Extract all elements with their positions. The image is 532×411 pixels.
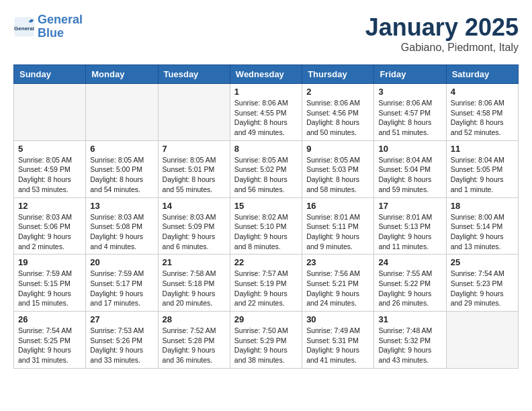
- calendar-cell: [446, 312, 518, 369]
- calendar-cell: 5Sunrise: 8:05 AM Sunset: 4:59 PM Daylig…: [14, 140, 86, 197]
- location: Gabiano, Piedmont, Italy: [365, 42, 519, 54]
- weekday-header: Thursday: [302, 65, 374, 84]
- calendar-cell: [14, 84, 86, 141]
- calendar-cell: 23Sunrise: 7:56 AM Sunset: 5:21 PM Dayli…: [302, 255, 374, 312]
- calendar-cell: 12Sunrise: 8:03 AM Sunset: 5:06 PM Dayli…: [14, 197, 86, 255]
- weekday-header: Saturday: [446, 65, 518, 84]
- day-info: Sunrise: 7:54 AM Sunset: 5:23 PM Dayligh…: [451, 269, 514, 308]
- day-number: 31: [378, 314, 441, 324]
- day-info: Sunrise: 7:57 AM Sunset: 5:19 PM Dayligh…: [234, 269, 298, 308]
- day-info: Sunrise: 8:05 AM Sunset: 5:02 PM Dayligh…: [234, 155, 298, 195]
- weekday-row: SundayMondayTuesdayWednesdayThursdayFrid…: [14, 65, 519, 84]
- day-info: Sunrise: 8:01 AM Sunset: 5:11 PM Dayligh…: [306, 212, 369, 252]
- calendar-week: 19Sunrise: 7:59 AM Sunset: 5:15 PM Dayli…: [14, 255, 519, 312]
- day-number: 4: [451, 87, 514, 97]
- day-info: Sunrise: 8:05 AM Sunset: 5:00 PM Dayligh…: [90, 155, 153, 195]
- calendar-cell: 19Sunrise: 7:59 AM Sunset: 5:15 PM Dayli…: [14, 255, 86, 312]
- calendar-cell: 3Sunrise: 8:06 AM Sunset: 4:57 PM Daylig…: [374, 84, 446, 141]
- day-number: 18: [451, 201, 514, 211]
- title-block: January 2025 Gabiano, Piedmont, Italy: [365, 13, 519, 54]
- day-number: 17: [378, 201, 441, 211]
- day-number: 11: [451, 144, 514, 154]
- calendar-cell: 10Sunrise: 8:04 AM Sunset: 5:04 PM Dayli…: [374, 140, 446, 197]
- day-number: 14: [163, 201, 226, 211]
- logo-icon: General: [13, 16, 35, 38]
- calendar-cell: 29Sunrise: 7:50 AM Sunset: 5:29 PM Dayli…: [230, 312, 302, 369]
- day-number: 6: [90, 144, 153, 154]
- calendar-cell: 27Sunrise: 7:53 AM Sunset: 5:26 PM Dayli…: [86, 312, 158, 369]
- day-info: Sunrise: 7:55 AM Sunset: 5:22 PM Dayligh…: [378, 269, 441, 308]
- calendar-week: 26Sunrise: 7:54 AM Sunset: 5:25 PM Dayli…: [14, 312, 519, 369]
- calendar-cell: 13Sunrise: 8:03 AM Sunset: 5:08 PM Dayli…: [86, 197, 158, 255]
- calendar-cell: 24Sunrise: 7:55 AM Sunset: 5:22 PM Dayli…: [374, 255, 446, 312]
- day-info: Sunrise: 8:04 AM Sunset: 5:05 PM Dayligh…: [451, 155, 514, 195]
- day-number: 15: [234, 201, 298, 211]
- calendar-cell: 14Sunrise: 8:03 AM Sunset: 5:09 PM Dayli…: [158, 197, 230, 255]
- day-info: Sunrise: 8:01 AM Sunset: 5:13 PM Dayligh…: [378, 212, 441, 252]
- day-number: 2: [306, 87, 369, 97]
- day-number: 25: [451, 257, 514, 267]
- calendar-cell: 25Sunrise: 7:54 AM Sunset: 5:23 PM Dayli…: [446, 255, 518, 312]
- day-info: Sunrise: 7:49 AM Sunset: 5:31 PM Dayligh…: [306, 326, 369, 365]
- logo-text: GeneralBlue: [38, 13, 83, 40]
- day-number: 5: [18, 144, 81, 154]
- day-number: 27: [90, 314, 153, 324]
- day-number: 19: [18, 257, 81, 267]
- day-info: Sunrise: 7:48 AM Sunset: 5:32 PM Dayligh…: [378, 326, 441, 365]
- day-info: Sunrise: 7:50 AM Sunset: 5:29 PM Dayligh…: [234, 326, 298, 365]
- calendar-cell: [158, 84, 230, 141]
- calendar-week: 12Sunrise: 8:03 AM Sunset: 5:06 PM Dayli…: [14, 197, 519, 255]
- day-number: 1: [234, 87, 298, 97]
- svg-text:General: General: [14, 26, 34, 32]
- day-info: Sunrise: 8:04 AM Sunset: 5:04 PM Dayligh…: [378, 155, 441, 195]
- day-info: Sunrise: 7:59 AM Sunset: 5:15 PM Dayligh…: [18, 269, 81, 308]
- day-info: Sunrise: 8:03 AM Sunset: 5:06 PM Dayligh…: [18, 212, 81, 252]
- day-info: Sunrise: 8:06 AM Sunset: 4:55 PM Dayligh…: [234, 98, 298, 138]
- day-number: 22: [234, 257, 298, 267]
- day-info: Sunrise: 7:59 AM Sunset: 5:17 PM Dayligh…: [90, 269, 153, 308]
- calendar-cell: 26Sunrise: 7:54 AM Sunset: 5:25 PM Dayli…: [14, 312, 86, 369]
- day-number: 3: [378, 87, 441, 97]
- day-number: 29: [234, 314, 298, 324]
- calendar-cell: 22Sunrise: 7:57 AM Sunset: 5:19 PM Dayli…: [230, 255, 302, 312]
- weekday-header: Tuesday: [158, 65, 230, 84]
- day-info: Sunrise: 8:05 AM Sunset: 5:01 PM Dayligh…: [163, 155, 226, 195]
- calendar: SundayMondayTuesdayWednesdayThursdayFrid…: [13, 64, 519, 369]
- day-number: 16: [306, 201, 369, 211]
- logo: General GeneralBlue: [13, 13, 83, 40]
- day-info: Sunrise: 7:53 AM Sunset: 5:26 PM Dayligh…: [90, 326, 153, 365]
- day-number: 23: [306, 257, 369, 267]
- day-number: 7: [163, 144, 226, 154]
- day-number: 8: [234, 144, 298, 154]
- day-info: Sunrise: 8:02 AM Sunset: 5:10 PM Dayligh…: [234, 212, 298, 252]
- day-number: 9: [306, 144, 369, 154]
- calendar-week: 1Sunrise: 8:06 AM Sunset: 4:55 PM Daylig…: [14, 84, 519, 141]
- day-info: Sunrise: 7:58 AM Sunset: 5:18 PM Dayligh…: [163, 269, 226, 308]
- weekday-header: Monday: [86, 65, 158, 84]
- day-info: Sunrise: 8:06 AM Sunset: 4:56 PM Dayligh…: [306, 98, 369, 138]
- day-number: 30: [306, 314, 369, 324]
- calendar-cell: 7Sunrise: 8:05 AM Sunset: 5:01 PM Daylig…: [158, 140, 230, 197]
- day-info: Sunrise: 7:52 AM Sunset: 5:28 PM Dayligh…: [163, 326, 226, 365]
- calendar-cell: 1Sunrise: 8:06 AM Sunset: 4:55 PM Daylig…: [230, 84, 302, 141]
- day-number: 21: [163, 257, 226, 267]
- day-number: 28: [163, 314, 226, 324]
- day-info: Sunrise: 8:05 AM Sunset: 4:59 PM Dayligh…: [18, 155, 81, 195]
- day-number: 26: [18, 314, 81, 324]
- day-number: 13: [90, 201, 153, 211]
- day-number: 10: [378, 144, 441, 154]
- calendar-cell: 31Sunrise: 7:48 AM Sunset: 5:32 PM Dayli…: [374, 312, 446, 369]
- calendar-cell: 18Sunrise: 8:00 AM Sunset: 5:14 PM Dayli…: [446, 197, 518, 255]
- page-header: General GeneralBlue January 2025 Gabiano…: [13, 13, 519, 54]
- calendar-cell: 4Sunrise: 8:06 AM Sunset: 4:58 PM Daylig…: [446, 84, 518, 141]
- calendar-header: SundayMondayTuesdayWednesdayThursdayFrid…: [14, 65, 519, 84]
- calendar-cell: 17Sunrise: 8:01 AM Sunset: 5:13 PM Dayli…: [374, 197, 446, 255]
- day-info: Sunrise: 8:03 AM Sunset: 5:09 PM Dayligh…: [163, 212, 226, 252]
- weekday-header: Wednesday: [230, 65, 302, 84]
- calendar-cell: [86, 84, 158, 141]
- day-info: Sunrise: 8:03 AM Sunset: 5:08 PM Dayligh…: [90, 212, 153, 252]
- day-info: Sunrise: 8:06 AM Sunset: 4:58 PM Dayligh…: [451, 98, 514, 138]
- weekday-header: Sunday: [14, 65, 86, 84]
- month-title: January 2025: [365, 13, 519, 42]
- day-info: Sunrise: 7:56 AM Sunset: 5:21 PM Dayligh…: [306, 269, 369, 308]
